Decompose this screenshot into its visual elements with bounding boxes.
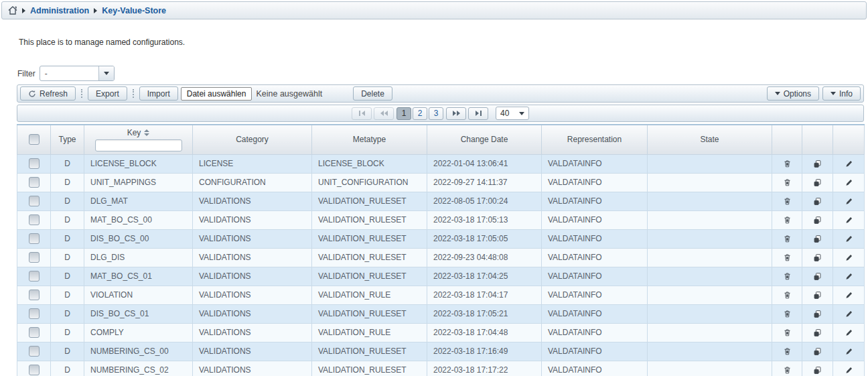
trash-icon[interactable] xyxy=(783,235,792,243)
info-button[interactable]: Info xyxy=(822,86,861,101)
pencil-icon[interactable] xyxy=(845,235,853,243)
cell-delete-action xyxy=(772,304,802,323)
pencil-icon[interactable] xyxy=(845,178,853,187)
row-checkbox[interactable] xyxy=(29,214,40,225)
cell-representation: VALDATAINFO xyxy=(542,210,648,229)
copy-icon[interactable] xyxy=(813,291,822,300)
pencil-icon[interactable] xyxy=(845,160,853,168)
row-checkbox[interactable] xyxy=(29,346,40,357)
refresh-button[interactable]: Refresh xyxy=(20,86,76,101)
cell-metatype: VALIDATION_RULESET xyxy=(312,248,427,267)
copy-icon[interactable] xyxy=(813,160,822,168)
pencil-icon[interactable] xyxy=(845,197,853,206)
copy-icon[interactable] xyxy=(813,272,822,281)
table-row: D VIOLATION VALIDATIONS VALIDATION_RULE … xyxy=(17,286,865,304)
table-row: D COMPLY VALIDATIONS VALIDATION_RULE 202… xyxy=(17,323,865,342)
sort-icon[interactable] xyxy=(144,129,149,136)
cell-change-date: 2022-03-18 17:17:22 xyxy=(427,361,542,376)
paginator-page-3[interactable]: 3 xyxy=(429,107,443,120)
trash-icon[interactable] xyxy=(783,328,792,337)
row-checkbox[interactable] xyxy=(29,177,40,188)
select-all-checkbox[interactable] xyxy=(29,134,40,145)
row-checkbox[interactable] xyxy=(29,196,40,206)
cell-edit-action xyxy=(833,192,865,210)
paginator-first-button[interactable] xyxy=(352,107,372,120)
trash-icon[interactable] xyxy=(783,291,792,300)
import-button[interactable]: Import xyxy=(139,86,178,101)
pencil-icon[interactable] xyxy=(845,272,853,281)
pencil-icon[interactable] xyxy=(845,328,853,337)
copy-icon[interactable] xyxy=(813,328,822,337)
paginator-page-1[interactable]: 1 xyxy=(396,107,411,120)
table-header-row: Type Key Category Metatype Change Date R… xyxy=(17,125,865,154)
pencil-icon[interactable] xyxy=(845,310,853,318)
filter-dropdown-value: - xyxy=(40,66,98,80)
copy-icon[interactable] xyxy=(813,178,822,187)
breadcrumb-item[interactable]: Administration xyxy=(30,6,89,15)
cell-change-date: 2022-03-18 17:04:48 xyxy=(427,323,542,342)
column-header-type: Type xyxy=(51,125,84,154)
cell-edit-action xyxy=(833,323,865,342)
row-checkbox[interactable] xyxy=(29,271,40,281)
paginator-page-2[interactable]: 2 xyxy=(413,107,427,120)
row-checkbox[interactable] xyxy=(29,365,40,375)
cell-type: D xyxy=(51,361,84,376)
row-checkbox[interactable] xyxy=(29,158,40,169)
trash-icon[interactable] xyxy=(783,216,792,225)
trash-icon[interactable] xyxy=(783,366,792,375)
trash-icon[interactable] xyxy=(783,160,792,168)
cell-state xyxy=(648,267,772,286)
column-header-key: Key xyxy=(84,125,193,154)
breadcrumb-item[interactable]: Key-Value-Store xyxy=(102,6,166,15)
copy-icon[interactable] xyxy=(813,366,822,375)
row-checkbox[interactable] xyxy=(29,308,40,319)
rows-per-page-dropdown[interactable]: 40 xyxy=(496,107,529,120)
row-checkbox[interactable] xyxy=(29,327,40,338)
paginator-next-button[interactable] xyxy=(446,107,466,120)
copy-icon[interactable] xyxy=(813,235,822,243)
copy-icon[interactable] xyxy=(813,216,822,225)
refresh-icon xyxy=(28,90,36,98)
cell-copy-action xyxy=(802,154,833,173)
export-button[interactable]: Export xyxy=(88,86,127,101)
row-checkbox-cell xyxy=(17,192,51,210)
key-filter-input[interactable] xyxy=(95,139,182,151)
cell-copy-action xyxy=(802,173,833,192)
table-row: D NUMBERING_CS_00 VALIDATIONS VALIDATION… xyxy=(17,342,865,361)
trash-icon[interactable] xyxy=(783,178,792,187)
copy-icon[interactable] xyxy=(813,347,822,356)
key-header-label[interactable]: Key xyxy=(127,128,141,137)
pencil-icon[interactable] xyxy=(845,291,853,300)
cell-representation: VALDATAINFO xyxy=(542,229,648,248)
trash-icon[interactable] xyxy=(783,253,792,262)
trash-icon[interactable] xyxy=(783,197,792,206)
table-row: D DIS_BO_CS_01 VALIDATIONS VALIDATION_RU… xyxy=(17,304,865,323)
filter-dropdown-button[interactable] xyxy=(98,66,114,80)
pencil-icon[interactable] xyxy=(845,253,853,262)
pencil-icon[interactable] xyxy=(845,216,853,225)
cell-delete-action xyxy=(772,286,802,304)
paginator-prev-button[interactable] xyxy=(374,107,394,120)
trash-icon[interactable] xyxy=(783,272,792,281)
trash-icon[interactable] xyxy=(783,310,792,318)
breadcrumb: AdministrationKey-Value-Store xyxy=(1,1,867,19)
copy-icon[interactable] xyxy=(813,310,822,318)
file-choose-button[interactable]: Datei auswählen xyxy=(181,87,252,101)
filter-dropdown[interactable]: - xyxy=(40,66,115,81)
row-checkbox[interactable] xyxy=(29,233,40,244)
pencil-icon[interactable] xyxy=(845,347,853,356)
delete-button[interactable]: Delete xyxy=(353,86,392,101)
toolbar-separator xyxy=(81,89,82,98)
copy-icon[interactable] xyxy=(813,197,822,206)
paginator-last-button[interactable] xyxy=(468,107,488,120)
options-button-label: Options xyxy=(784,89,811,99)
options-button[interactable]: Options xyxy=(767,86,819,101)
row-checkbox[interactable] xyxy=(29,252,40,263)
cell-type: D xyxy=(51,286,84,304)
trash-icon[interactable] xyxy=(783,347,792,356)
pencil-icon[interactable] xyxy=(845,366,853,375)
copy-icon[interactable] xyxy=(813,253,822,262)
cell-edit-action xyxy=(833,286,865,304)
home-icon[interactable] xyxy=(8,6,17,15)
row-checkbox[interactable] xyxy=(29,290,40,300)
